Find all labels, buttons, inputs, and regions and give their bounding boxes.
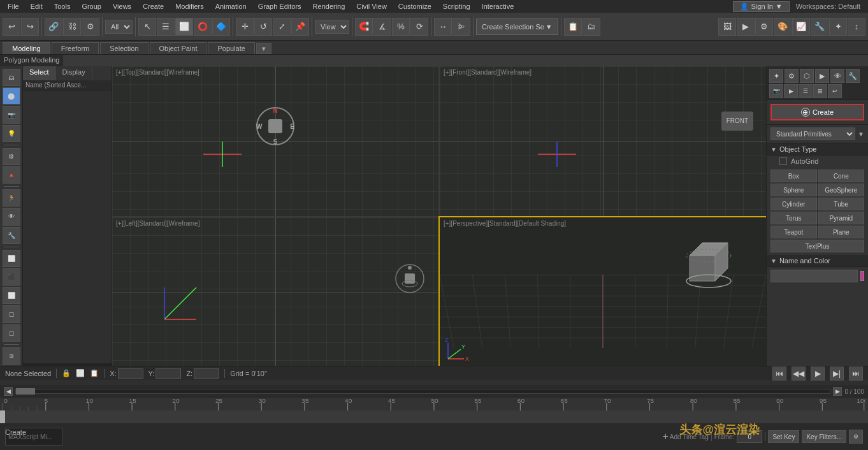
- camera-icon-btn[interactable]: 📷: [769, 84, 783, 98]
- menu-group[interactable]: Group: [76, 1, 106, 11]
- create-button[interactable]: ⊕ Create: [770, 104, 864, 120]
- pyramid-button[interactable]: Pyramid: [818, 212, 865, 224]
- box-button[interactable]: Box: [770, 170, 817, 182]
- menu-customize[interactable]: Customize: [393, 1, 437, 11]
- hierarchy-vert-button[interactable]: 🔺: [3, 166, 20, 184]
- autogrid-checkbox[interactable]: [779, 157, 787, 165]
- explorer-display-tab[interactable]: Display: [56, 66, 92, 80]
- color-swatch[interactable]: [860, 271, 864, 281]
- menu-scripting[interactable]: Scripting: [438, 1, 475, 11]
- sphere-button[interactable]: Sphere: [770, 184, 817, 196]
- cylinder-button[interactable]: Cylinder: [770, 198, 817, 210]
- grid-icon-btn[interactable]: ⊞: [813, 84, 827, 98]
- tab-object-paint[interactable]: Object Paint: [150, 42, 207, 54]
- mirror-button[interactable]: ↔: [434, 18, 452, 36]
- motion-icon-tab[interactable]: ▶: [815, 69, 829, 83]
- extra-btn-2[interactable]: ✦: [829, 18, 847, 36]
- textplus-button[interactable]: TextPlus: [770, 240, 864, 252]
- timeline-playhead[interactable]: [0, 410, 5, 423]
- menu-animation[interactable]: Animation: [210, 1, 252, 11]
- key-filters-button[interactable]: Key Filters...: [802, 430, 846, 443]
- tab-freeform[interactable]: Freeform: [52, 42, 99, 54]
- create-vert-button[interactable]: ⬤: [3, 87, 20, 105]
- viewport-perspective[interactable]: [+][Perspective][Standard][Default Shadi…: [440, 217, 766, 367]
- select-move-button[interactable]: ✛: [236, 18, 254, 36]
- name-color-section-header[interactable]: ▼ Name and Color: [767, 255, 868, 267]
- angle-snap-button[interactable]: ∡: [373, 18, 391, 36]
- vert-extra-3[interactable]: ⬜: [3, 287, 20, 304]
- vert-extra-2[interactable]: ⬛: [3, 268, 20, 286]
- bind-button[interactable]: ⚙: [82, 18, 99, 36]
- scene-explorer-button[interactable]: 🗂: [582, 18, 600, 36]
- menu-rendering[interactable]: Rendering: [308, 1, 351, 11]
- redo-button[interactable]: ↪: [21, 18, 39, 36]
- modify-icon-tab[interactable]: ⚙: [785, 69, 799, 83]
- vert-extra-4[interactable]: ◻: [3, 305, 20, 323]
- menu-views[interactable]: Views: [108, 1, 136, 11]
- menu-edit[interactable]: Edit: [25, 1, 48, 11]
- timeline-progress-track[interactable]: [15, 389, 830, 394]
- extra-btn-3[interactable]: ↕: [848, 18, 865, 36]
- explorer-select-tab[interactable]: Select: [23, 66, 56, 80]
- render-setup-button[interactable]: ⚙: [755, 18, 773, 36]
- menu-civil-view[interactable]: Civil View: [351, 1, 391, 11]
- teapot-button[interactable]: Teapot: [770, 226, 817, 238]
- quick-render-button[interactable]: ▶: [737, 18, 755, 36]
- menu-modifiers[interactable]: Modifiers: [170, 1, 209, 11]
- select-region-rect-button[interactable]: ⬜: [175, 18, 193, 36]
- select-scale-button[interactable]: ⤢: [273, 18, 291, 36]
- camera-vert-button[interactable]: 📷: [3, 106, 20, 123]
- prog-left-btn[interactable]: ◀: [4, 387, 13, 396]
- go-end-btn[interactable]: ⏭: [849, 367, 863, 381]
- primitives-dropdown[interactable]: Standard Primitives: [770, 127, 855, 140]
- scene-explorer-content[interactable]: [23, 91, 112, 363]
- menu-graph-editors[interactable]: Graph Editors: [253, 1, 307, 11]
- plane-button[interactable]: Plane: [818, 226, 865, 238]
- select-object-button[interactable]: ↖: [138, 18, 156, 36]
- z-value[interactable]: [194, 368, 219, 379]
- percent-snap-button[interactable]: %: [392, 18, 410, 36]
- spinner-snap-button[interactable]: ⟳: [410, 18, 428, 36]
- render-frame-button[interactable]: 🖼: [718, 18, 736, 36]
- viewport-left[interactable]: [+][Left][Standard][Wireframe]: [112, 217, 438, 367]
- go-start-btn[interactable]: ⏮: [772, 367, 786, 381]
- modify-vert-button[interactable]: ⚙: [3, 148, 20, 165]
- x-value[interactable]: [118, 368, 143, 379]
- play-btn[interactable]: ▶: [811, 367, 825, 381]
- object-type-section-header[interactable]: ▼ Object Type: [767, 143, 868, 156]
- select-placement-button[interactable]: 📌: [291, 18, 309, 36]
- prev-frame-btn[interactable]: ◀◀: [792, 367, 806, 381]
- prog-right-btn[interactable]: ▶: [833, 387, 842, 396]
- material-editor-button[interactable]: 🎨: [774, 18, 792, 36]
- layer-manager-button[interactable]: 📋: [564, 18, 582, 36]
- tab-populate[interactable]: Populate: [208, 42, 254, 54]
- create-icon-tab[interactable]: ✦: [769, 69, 783, 83]
- sign-in-button[interactable]: 👤 Sign In ▼: [733, 1, 790, 12]
- play-icon-btn[interactable]: ▶: [784, 84, 798, 98]
- link-button[interactable]: 🔗: [45, 18, 62, 36]
- motion-vert-button[interactable]: 🏃: [3, 189, 20, 207]
- tab-pin-button[interactable]: ▾: [256, 43, 271, 54]
- key-set-button[interactable]: Set Key: [768, 430, 799, 443]
- play-sel-btn[interactable]: ▶|: [830, 367, 844, 381]
- list-icon-btn[interactable]: ☰: [799, 84, 813, 98]
- unlink-button[interactable]: ⛓: [63, 18, 81, 36]
- curve-editor-button[interactable]: 📈: [792, 18, 810, 36]
- display-icon-tab[interactable]: 👁: [830, 69, 844, 83]
- viewport-front[interactable]: [+][Front][Standard][Wireframe] FRONT: [440, 66, 766, 216]
- y-value[interactable]: [156, 368, 181, 379]
- lights-vert-button[interactable]: 💡: [3, 125, 20, 142]
- torus-button[interactable]: Torus: [770, 212, 817, 224]
- utilities-icon-tab[interactable]: 🔧: [846, 69, 860, 83]
- menu-create[interactable]: Create: [138, 1, 169, 11]
- timeline-thumb[interactable]: [16, 388, 35, 395]
- view-dropdown[interactable]: View: [315, 20, 349, 34]
- viewport-top[interactable]: [+][Top][Standard][Wireframe] N S W E: [112, 66, 438, 216]
- timeline-ruler[interactable]: 0 5 10 15 20 25 30 35 40 45 50: [0, 398, 868, 410]
- hierarchy-icon-tab[interactable]: ⬡: [800, 69, 814, 83]
- menu-tools[interactable]: Tools: [49, 1, 76, 11]
- timeline-track[interactable]: [0, 410, 868, 423]
- select-rotate-button[interactable]: ↺: [254, 18, 272, 36]
- selection-filter-dropdown[interactable]: All: [105, 20, 133, 34]
- vert-extra-5[interactable]: ◻: [3, 324, 20, 342]
